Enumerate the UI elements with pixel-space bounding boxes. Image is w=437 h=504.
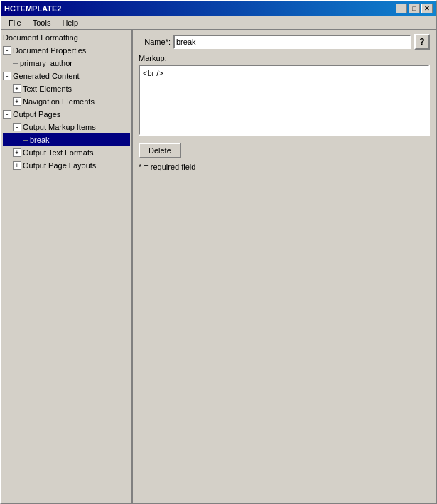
output-markup-items-toggle[interactable]: - <box>13 123 21 131</box>
text-elements-label: Text Elements <box>23 83 72 94</box>
name-row: Name*: ? <box>139 34 430 50</box>
sidebar-item-output-pages[interactable]: - Output Pages <box>3 108 130 121</box>
right-panel: Name*: ? Markup: <br /> Delete * = requi… <box>133 30 436 503</box>
document-formatting-label: Document Formatting <box>3 32 78 43</box>
main-window: HCTEMPLATE2 _ □ ✕ File Tools Help Docume… <box>0 0 437 504</box>
sidebar-item-break[interactable]: break <box>3 133 130 146</box>
title-bar: HCTEMPLATE2 _ □ ✕ <box>1 1 436 16</box>
sidebar-item-primary-author[interactable]: primary_author <box>3 57 130 70</box>
sidebar-item-generated-content[interactable]: - Generated Content <box>3 70 130 82</box>
primary-author-label: primary_author <box>20 57 72 69</box>
name-input[interactable] <box>173 35 411 49</box>
window-title: HCTEMPLATE2 <box>4 4 61 13</box>
output-text-formats-label: Output Text Formats <box>23 147 93 158</box>
markup-textarea[interactable]: <br /> <box>139 65 430 136</box>
name-label: Name*: <box>139 38 171 46</box>
navigation-elements-label: Navigation Elements <box>23 96 95 107</box>
main-content: Document Formatting - Document Propertie… <box>1 30 436 503</box>
generated-content-label: Generated Content <box>13 70 80 82</box>
maximize-button[interactable]: □ <box>409 4 420 13</box>
document-properties-toggle[interactable]: - <box>3 46 11 55</box>
sidebar: Document Formatting - Document Propertie… <box>1 30 133 503</box>
output-markup-items-label: Output Markup Items <box>23 121 96 133</box>
sidebar-item-output-page-layouts[interactable]: + Output Page Layouts <box>3 159 130 172</box>
menu-help[interactable]: Help <box>58 17 82 28</box>
sidebar-item-navigation-elements[interactable]: + Navigation Elements <box>3 95 130 108</box>
navigation-elements-toggle[interactable]: + <box>13 97 21 106</box>
sidebar-item-output-text-formats[interactable]: + Output Text Formats <box>3 146 130 159</box>
sidebar-item-document-formatting[interactable]: Document Formatting <box>3 31 130 44</box>
menu-tools[interactable]: Tools <box>28 17 55 28</box>
menu-bar: File Tools Help <box>1 16 436 30</box>
delete-button[interactable]: Delete <box>139 143 181 158</box>
delete-button-row: Delete <box>139 137 430 158</box>
document-properties-label: Document Properties <box>13 45 86 56</box>
output-text-formats-toggle[interactable]: + <box>13 148 21 157</box>
text-elements-toggle[interactable]: + <box>13 84 21 93</box>
sidebar-item-output-markup-items[interactable]: - Output Markup Items <box>3 121 130 133</box>
break-label: break <box>30 134 50 146</box>
help-button[interactable]: ? <box>414 34 430 50</box>
output-pages-label: Output Pages <box>13 109 60 120</box>
title-bar-buttons: _ □ ✕ <box>396 4 433 13</box>
minimize-button[interactable]: _ <box>396 4 407 13</box>
output-page-layouts-label: Output Page Layouts <box>23 160 96 171</box>
output-page-layouts-toggle[interactable]: + <box>13 161 21 170</box>
menu-file[interactable]: File <box>4 17 26 28</box>
required-note: * = required field <box>139 163 430 171</box>
output-pages-toggle[interactable]: - <box>3 110 11 119</box>
generated-content-toggle[interactable]: - <box>3 72 11 80</box>
sidebar-item-text-elements[interactable]: + Text Elements <box>3 82 130 95</box>
close-button[interactable]: ✕ <box>421 4 433 13</box>
markup-label: Markup: <box>139 54 430 62</box>
sidebar-item-document-properties[interactable]: - Document Properties <box>3 44 130 57</box>
